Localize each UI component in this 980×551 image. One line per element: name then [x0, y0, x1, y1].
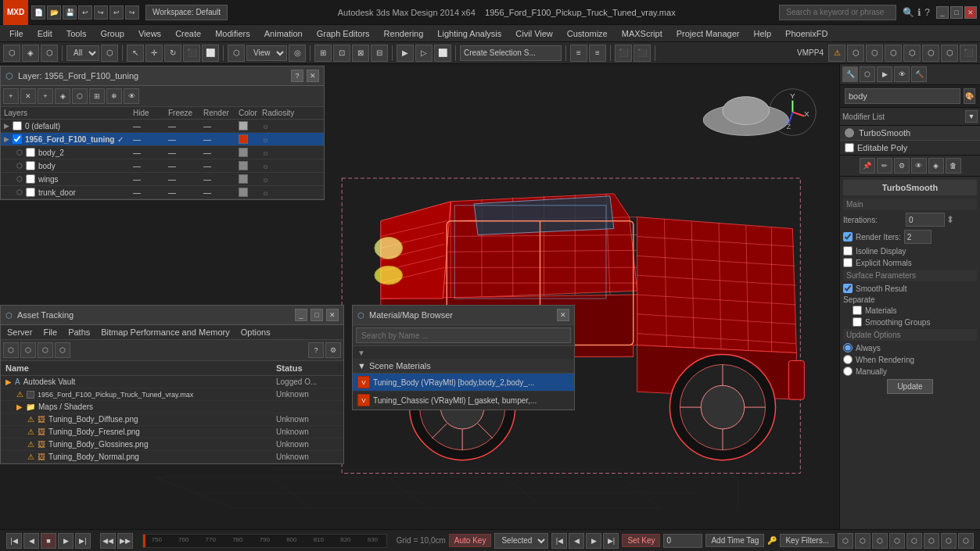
iterations-input[interactable] [906, 213, 945, 227]
remove-btn[interactable]: 🗑 [946, 158, 961, 174]
scale2-btn[interactable]: ⬜ [202, 45, 219, 62]
workspace-selector[interactable]: Workspace: Default [145, 5, 228, 20]
asset-minimize-btn[interactable]: _ [295, 309, 307, 321]
rp-modify-btn[interactable]: 🔧 [842, 66, 858, 82]
render3-btn[interactable]: ⬜ [434, 45, 451, 62]
asset-icon3[interactable]: ⬡ [38, 342, 53, 358]
auto-key-btn[interactable]: Auto Key [449, 534, 492, 547]
modifier-list-dropdown[interactable]: ▼ [965, 110, 978, 123]
help-icon[interactable]: ? [924, 7, 930, 18]
layer-hide-all-btn[interactable]: 👁 [124, 88, 139, 104]
menu-tools[interactable]: Tools [60, 27, 93, 40]
menu-views[interactable]: Views [132, 27, 167, 40]
render-iters-checkbox[interactable] [843, 232, 853, 242]
rp-utility-btn[interactable]: 🔨 [911, 66, 927, 82]
set-key-btn[interactable]: Set Key [622, 534, 660, 547]
rp-hierarchy-btn[interactable]: ⬡ [860, 66, 875, 82]
pin-btn[interactable]: 📌 [860, 158, 875, 174]
material-search-input[interactable] [356, 327, 571, 343]
layer-row-5[interactable]: ⬡trunk_door ——— ☼ [1, 186, 324, 199]
key-next-btn[interactable]: ▶▶ [117, 533, 133, 549]
anim-btn[interactable]: ⬛ [615, 45, 632, 62]
explicit-normals-checkbox[interactable] [843, 258, 853, 267]
rotate-btn[interactable]: ↻ [164, 45, 181, 62]
snap2-btn[interactable]: ⊡ [333, 45, 350, 62]
asset-row-vault[interactable]: ▶ A Autodesk Vault Logged O... [1, 376, 343, 388]
select-obj-btn[interactable]: ↖ [127, 45, 144, 62]
material-row-1[interactable]: V Tuning_Chassic (VRayMtl) [_gasket, bum… [353, 392, 574, 410]
asset-close-btn[interactable]: ✕ [326, 309, 339, 321]
render-btn[interactable]: ▶ [397, 45, 414, 62]
key-mode-select[interactable]: Selected [494, 533, 548, 549]
make-unique-btn[interactable]: ◈ [928, 158, 944, 174]
minimize-btn[interactable]: _ [936, 6, 949, 19]
redo2-btn[interactable]: ↪ [125, 5, 139, 20]
prev-btn[interactable]: ◀ [23, 533, 39, 549]
info-icon[interactable]: ℹ [917, 7, 921, 18]
menu-animation[interactable]: Animation [258, 27, 309, 40]
object-color-btn[interactable]: 🎨 [964, 88, 975, 104]
layer-2-checkbox[interactable] [26, 148, 35, 157]
key-filters-btn[interactable]: Key Filters... [780, 534, 835, 547]
asset-maximize-btn[interactable]: □ [311, 309, 323, 321]
menu-create[interactable]: Create [169, 27, 207, 40]
layer-5-color[interactable] [239, 188, 248, 197]
layer-new-btn[interactable]: + [3, 88, 19, 104]
layer-freeze-btn[interactable]: ❄ [106, 88, 122, 104]
menu-project-manager[interactable]: Project Manager [670, 27, 746, 40]
undo2-btn[interactable]: ↩ [109, 5, 124, 20]
next-btn[interactable]: ▶ [58, 533, 74, 549]
pb-btn2[interactable]: ◀ [569, 533, 584, 549]
materials-checkbox[interactable] [853, 306, 862, 315]
vp-nav4[interactable]: ⬡ [889, 533, 905, 549]
asset-menu-bitmap-perf[interactable]: Bitmap Performance and Memory [98, 327, 232, 338]
play-btn[interactable]: |◀ [6, 533, 22, 549]
timeline-bar[interactable]: 750760770780790800810820830 [142, 534, 387, 548]
layer-row-1[interactable]: ▶1956_Ford_F100_tuning✓ ——— ☼ [1, 133, 324, 146]
asset-menu-server[interactable]: Server [4, 327, 35, 338]
layer-mgr-btn[interactable]: ≡ [570, 45, 587, 62]
warning-btn[interactable]: ⚠ [828, 45, 845, 62]
toolbar-icon5[interactable]: ⬡ [922, 45, 939, 62]
layer-row-3[interactable]: ⬡body ——— ☼ [1, 159, 324, 173]
menu-edit[interactable]: Edit [31, 27, 59, 40]
vp-nav3[interactable]: ⬡ [872, 533, 888, 549]
menu-help[interactable]: Help [747, 27, 777, 40]
asset-settings-btn[interactable]: ⚙ [325, 342, 341, 358]
save-btn[interactable]: 💾 [63, 5, 77, 20]
toolbar-icon4[interactable]: ⬡ [903, 45, 921, 62]
menu-maxscript[interactable]: MAXScript [616, 27, 669, 40]
asset-row-normal[interactable]: ⚠ 🖼 Tuning_Body_Normal.png Unknown [1, 451, 343, 463]
asset-row-maps[interactable]: ▶ 📁 Maps / Shaders [1, 401, 343, 413]
always-radio[interactable] [843, 343, 853, 352]
editable-poly-modifier[interactable]: Editable Poly [840, 141, 980, 155]
asset-row-file[interactable]: ⚠ 1956_Ford_F100_Pickup_Truck_Tuned_vray… [1, 388, 343, 401]
layer-2-color[interactable] [239, 148, 248, 157]
show-btn[interactable]: 👁 [911, 158, 927, 174]
layer-0-checkbox[interactable] [13, 121, 22, 131]
smooth-result-checkbox[interactable] [843, 284, 853, 293]
menu-group[interactable]: Group [94, 27, 131, 40]
render2-btn[interactable]: ▷ [415, 45, 433, 62]
render-iters-input[interactable] [904, 230, 932, 244]
snap3-btn[interactable]: ⊠ [352, 45, 369, 62]
layer-4-checkbox[interactable] [26, 174, 35, 184]
pb-btn1[interactable]: |◀ [551, 533, 567, 549]
new-btn[interactable]: 📄 [31, 5, 45, 20]
asset-menu-options[interactable]: Options [238, 327, 274, 338]
update-button[interactable]: Update [887, 379, 932, 394]
menu-civil-view[interactable]: Civil View [509, 27, 558, 40]
layer-merge-btn[interactable]: ⊞ [89, 88, 105, 104]
layer-1-checkbox[interactable] [13, 134, 22, 144]
create-selection-btn[interactable]: Create Selection S... [460, 45, 562, 61]
maximize-btn[interactable]: □ [950, 6, 963, 19]
asset-help-btn[interactable]: ? [308, 342, 324, 358]
layer-highlight-btn[interactable]: ⬡ [72, 88, 88, 104]
move-btn[interactable]: ✛ [145, 45, 163, 62]
object-name-input[interactable] [845, 88, 960, 104]
filter-select[interactable]: All [66, 45, 99, 61]
menu-customize[interactable]: Customize [561, 27, 614, 40]
asset-row-glossines[interactable]: ⚠ 🖼 Tuning_Body_Glossines.png Unknown [1, 438, 343, 451]
asset-menu-paths[interactable]: Paths [65, 327, 93, 338]
layer-add-select-btn[interactable]: + [38, 88, 53, 104]
